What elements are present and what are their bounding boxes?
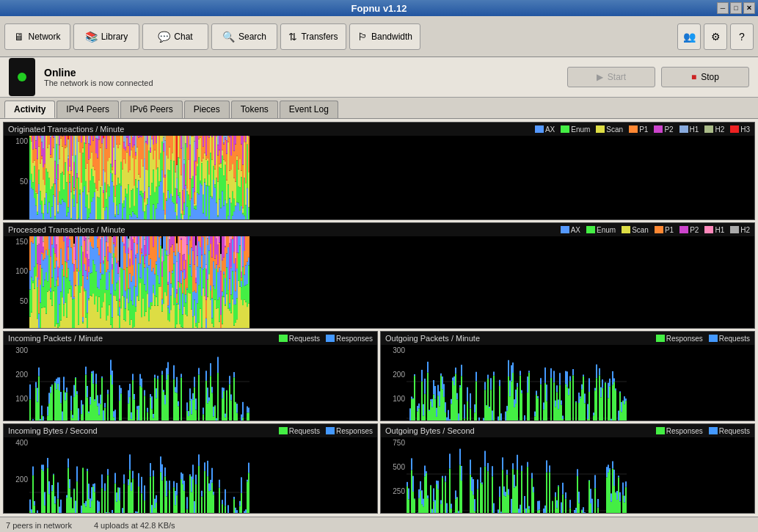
incoming-bytes-title: Incoming Bytes / Second Requests Respons… bbox=[4, 424, 377, 437]
processed-legend: AX Enum Scan P1 P2 H1 H2 bbox=[561, 226, 750, 234]
close-button[interactable]: ✕ bbox=[743, 2, 755, 14]
main-content: Originated Transactions / Minute AX Enum… bbox=[0, 119, 758, 517]
originated-canvas bbox=[29, 136, 249, 220]
originated-transactions-chart: Originated Transactions / Minute AX Enum… bbox=[3, 122, 755, 220]
tab-eventlog[interactable]: Event Log bbox=[280, 101, 338, 118]
search-button[interactable]: 🔍 Search bbox=[211, 23, 277, 50]
outgoing-bytes-body: 750 500 250 bbox=[381, 437, 754, 513]
processed-yaxis: 150 100 50 bbox=[4, 236, 29, 328]
legend-ax2: AX bbox=[561, 226, 580, 234]
tabs: Activity IPv4 Peers IPv6 Peers Pieces To… bbox=[0, 98, 758, 119]
library-button[interactable]: 📚 Library bbox=[73, 23, 139, 50]
legend-h3: H3 bbox=[730, 125, 750, 134]
incoming-packets-title: Incoming Packets / Minute Requests Respo… bbox=[4, 332, 377, 345]
start-icon: ▶ bbox=[597, 72, 603, 82]
charts-container: Originated Transactions / Minute AX Enum… bbox=[3, 122, 755, 514]
processed-title: Processed Transactions / Minute AX Enum … bbox=[4, 223, 754, 236]
legend-p2: P2 bbox=[654, 125, 673, 134]
search-icon: 🔍 bbox=[222, 31, 235, 43]
online-status: Online bbox=[44, 67, 153, 79]
bandwidth-icon: 🏳 bbox=[357, 31, 368, 43]
originated-body: 100 50 bbox=[4, 136, 754, 219]
users-button[interactable]: 👥 bbox=[677, 23, 701, 50]
outgoing-bytes-yaxis: 750 500 250 bbox=[381, 437, 407, 513]
transfers-icon: ⇅ bbox=[288, 31, 297, 43]
processed-transactions-chart: Processed Transactions / Minute AX Enum … bbox=[3, 222, 755, 329]
online-description: The network is now connected bbox=[44, 79, 153, 87]
network-button[interactable]: 🖥 Network bbox=[4, 23, 70, 50]
outgoing-packets-legend: Responses Requests bbox=[656, 335, 750, 343]
incoming-packets-legend: Requests Responses bbox=[279, 335, 373, 343]
outgoing-bytes-legend: Responses Requests bbox=[656, 427, 750, 435]
legend-p22: P2 bbox=[679, 226, 699, 234]
library-icon: 📚 bbox=[85, 31, 98, 43]
online-bar: Online The network is now connected ▶ St… bbox=[0, 57, 758, 98]
maximize-button[interactable]: □ bbox=[730, 2, 742, 14]
legend-ax: AX bbox=[535, 125, 555, 134]
incoming-bytes-yaxis: 400 200 bbox=[4, 437, 29, 513]
outgoing-packets-title: Outgoing Packets / Minute Responses Requ… bbox=[381, 332, 754, 345]
incoming-packets-yaxis: 300 200 100 bbox=[4, 345, 29, 420]
tab-ipv4peers[interactable]: IPv4 Peers bbox=[57, 101, 119, 118]
processed-body: 150 100 50 bbox=[4, 236, 754, 328]
minimize-button[interactable]: ─ bbox=[717, 2, 729, 14]
legend-h12: H1 bbox=[704, 226, 724, 234]
tab-tokens[interactable]: Tokens bbox=[231, 101, 278, 118]
legend-h1: H1 bbox=[679, 125, 699, 134]
originated-yaxis: 100 50 bbox=[4, 136, 29, 219]
status-dot bbox=[18, 73, 26, 81]
connection-icon bbox=[9, 58, 35, 96]
incoming-packets-canvas bbox=[29, 345, 249, 421]
app-title: Fopnu v1.12 bbox=[351, 3, 407, 14]
help-button[interactable]: ? bbox=[730, 23, 754, 50]
stop-icon: ■ bbox=[691, 72, 696, 82]
legend-p1: P1 bbox=[629, 125, 648, 134]
incoming-bytes-chart: Incoming Bytes / Second Requests Respons… bbox=[3, 423, 378, 514]
outgoing-packets-canvas bbox=[407, 345, 627, 421]
outgoing-packets-yaxis: 300 200 100 bbox=[381, 345, 407, 420]
uploads-status: 4 uploads at 42.8 KB/s bbox=[94, 521, 175, 530]
outgoing-bytes-chart: Outgoing Bytes / Second Responses Reques… bbox=[380, 423, 755, 514]
incoming-bytes-canvas bbox=[29, 437, 249, 514]
online-text: Online The network is now connected bbox=[44, 67, 153, 87]
legend-scan: Scan bbox=[596, 125, 623, 134]
incoming-packets-body: 300 200 100 bbox=[4, 345, 377, 420]
toolbar-right: 👥 ⚙ ? bbox=[677, 23, 754, 50]
outgoing-packets-body: 300 200 100 bbox=[381, 345, 754, 420]
legend-scan2: Scan bbox=[622, 226, 649, 234]
tab-activity[interactable]: Activity bbox=[4, 101, 55, 118]
bandwidth-button[interactable]: 🏳 Bandwidth bbox=[349, 23, 420, 50]
window-controls[interactable]: ─ □ ✕ bbox=[717, 2, 755, 14]
legend-h2: H2 bbox=[704, 125, 724, 134]
outgoing-bytes-title: Outgoing Bytes / Second Responses Reques… bbox=[381, 424, 754, 437]
statusbar: 7 peers in network 4 uploads at 42.8 KB/… bbox=[0, 517, 758, 532]
legend-enum2: Enum bbox=[586, 226, 616, 234]
chat-icon: 💬 bbox=[158, 31, 170, 43]
tab-ipv6peers[interactable]: IPv6 Peers bbox=[120, 101, 183, 118]
legend-p12: P1 bbox=[655, 226, 674, 234]
originated-legend: AX Enum Scan P1 P2 H1 H2 H3 bbox=[535, 125, 750, 134]
legend-h22: H2 bbox=[730, 226, 750, 234]
chat-button[interactable]: 💬 Chat bbox=[142, 23, 208, 50]
stop-button[interactable]: ■ Stop bbox=[661, 67, 749, 87]
start-button[interactable]: ▶ Start bbox=[567, 67, 655, 87]
incoming-bytes-legend: Requests Responses bbox=[279, 427, 373, 435]
incoming-packets-chart: Incoming Packets / Minute Requests Respo… bbox=[3, 331, 378, 421]
titlebar: Fopnu v1.12 ─ □ ✕ bbox=[0, 0, 758, 16]
processed-canvas bbox=[29, 236, 249, 329]
online-actions: ▶ Start ■ Stop bbox=[567, 67, 749, 87]
settings-button[interactable]: ⚙ bbox=[704, 23, 727, 50]
originated-title: Originated Transactions / Minute AX Enum… bbox=[4, 123, 754, 136]
peers-status: 7 peers in network bbox=[6, 521, 72, 530]
outgoing-bytes-canvas bbox=[407, 437, 627, 514]
incoming-bytes-body: 400 200 bbox=[4, 437, 377, 513]
tab-pieces[interactable]: Pieces bbox=[184, 101, 230, 118]
toolbar: 🖥 Network 📚 Library 💬 Chat 🔍 Search ⇅ Tr… bbox=[0, 16, 758, 57]
legend-enum: Enum bbox=[561, 125, 590, 134]
network-icon: 🖥 bbox=[14, 31, 24, 43]
outgoing-packets-chart: Outgoing Packets / Minute Responses Requ… bbox=[380, 331, 755, 421]
transfers-button[interactable]: ⇅ Transfers bbox=[280, 23, 346, 50]
